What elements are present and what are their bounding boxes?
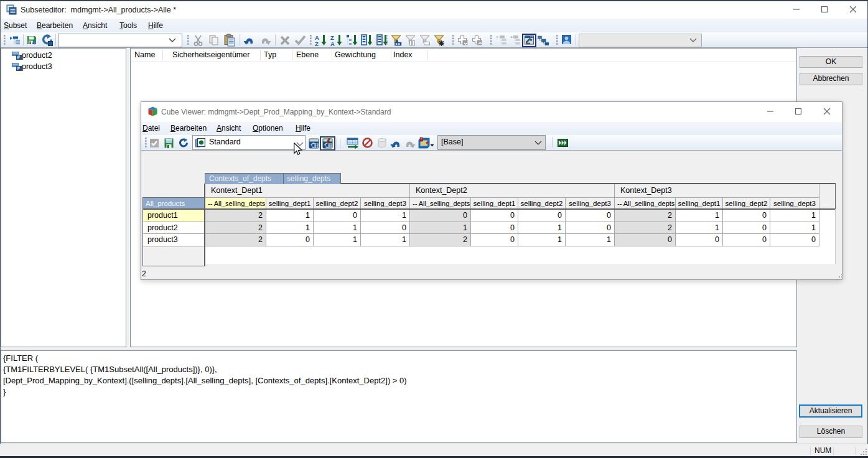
svg-text:A: A [330, 40, 335, 47]
svg-text:Z: Z [315, 40, 319, 47]
svg-text:#: # [17, 54, 20, 60]
svg-text:#: # [17, 65, 20, 71]
